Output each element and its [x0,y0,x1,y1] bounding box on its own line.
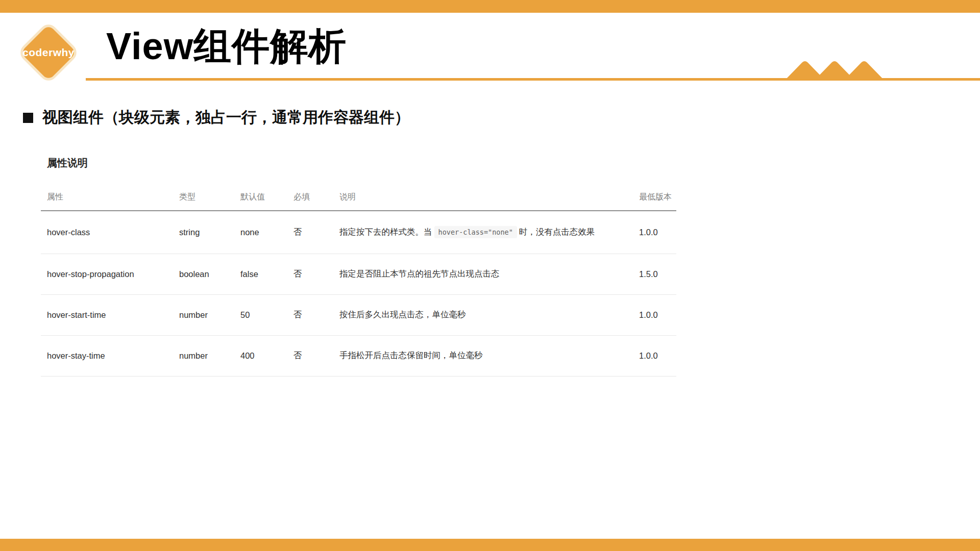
bottom-accent-bar [0,539,980,551]
col-header-type: 类型 [173,184,234,211]
section-title: 属性说明 [47,156,88,170]
cell-default: 50 [234,294,287,335]
col-header-prop: 属性 [41,184,173,211]
cell-description: 指定是否阻止本节点的祖先节点出现点击态 [333,254,633,294]
table-row: hover-class string none 否 指定按下去的样式类。当hov… [41,211,676,254]
cell-min-version: 1.0.0 [633,211,676,254]
cell-prop: hover-stop-propagation [41,254,173,294]
bullet-heading: 视图组件（块级元素，独占一行，通常用作容器组件） [23,107,410,128]
cell-default: 400 [234,335,287,376]
description-text: 时，没有点击态效果 [519,227,595,236]
col-header-default: 默认值 [234,184,287,211]
cell-required: 否 [287,254,333,294]
table-row: hover-start-time number 50 否 按住后多久出现点击态，… [41,294,676,335]
bullet-square-icon [23,113,33,123]
bullet-heading-label: 视图组件（块级元素，独占一行，通常用作容器组件） [42,107,410,128]
cell-type: string [173,211,234,254]
cell-description: 指定按下去的样式类。当hover-class="none"时，没有点击态效果 [333,211,633,254]
table-header-row: 属性 类型 默认值 必填 说明 最低版本 [41,184,676,211]
col-header-required: 必填 [287,184,333,211]
cell-prop: hover-class [41,211,173,254]
slide-canvas: coderwhy View组件解析 视图组件（块级元素，独占一行，通常用作容器组… [0,0,980,551]
cell-type: number [173,294,234,335]
col-header-min-version: 最低版本 [633,184,676,211]
coderwhy-logo: coderwhy [17,21,80,84]
mountains-decoration-icon [780,58,895,81]
cell-min-version: 1.0.0 [633,294,676,335]
table-row: hover-stop-propagation boolean false 否 指… [41,254,676,294]
cell-type: number [173,335,234,376]
cell-default: none [234,211,287,254]
col-header-description: 说明 [333,184,633,211]
cell-description: 按住后多久出现点击态，单位毫秒 [333,294,633,335]
cell-required: 否 [287,211,333,254]
page-title: View组件解析 [106,21,347,72]
cell-prop: hover-stay-time [41,335,173,376]
attributes-table: 属性 类型 默认值 必填 说明 最低版本 hover-class string … [41,184,676,377]
cell-type: boolean [173,254,234,294]
cell-min-version: 1.5.0 [633,254,676,294]
cell-required: 否 [287,335,333,376]
cell-min-version: 1.0.0 [633,335,676,376]
inline-code-chip: hover-class="none" [434,226,517,238]
cell-required: 否 [287,294,333,335]
top-accent-bar [0,0,980,13]
cell-description: 手指松开后点击态保留时间，单位毫秒 [333,335,633,376]
cell-default: false [234,254,287,294]
cell-prop: hover-start-time [41,294,173,335]
description-text: 指定按下去的样式类。当 [339,227,432,236]
logo-label: coderwhy [29,33,68,72]
table-row: hover-stay-time number 400 否 手指松开后点击态保留时… [41,335,676,376]
